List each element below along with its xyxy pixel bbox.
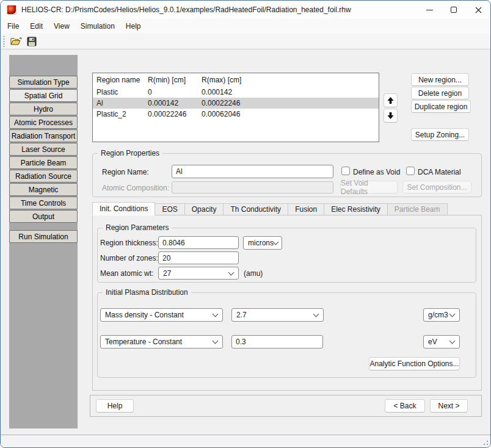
number-of-zones-input[interactable] [158,251,239,264]
cell-region-name: Plastic [93,87,144,98]
cell-rmin: 0 [144,87,198,98]
region-thickness-input[interactable] [158,236,239,249]
menu-help[interactable]: Help [120,20,147,32]
mean-atomic-wt-value: 27 [163,269,171,278]
number-of-zones-label: Number of zones: [100,254,158,262]
chevron-down-icon [449,338,456,344]
atomic-composition-input [172,181,333,193]
helios-app-icon [7,5,16,15]
mean-atomic-wt-select[interactable]: 27 [158,267,239,280]
open-file-icon [10,37,22,46]
save-icon [27,37,37,46]
region-thickness-label: Region thickness: [100,239,158,247]
amu-unit-label: (amu) [244,269,263,278]
status-bar [1,435,490,447]
thickness-unit-select[interactable]: microns [243,236,282,250]
new-region-button[interactable]: New region... [411,73,469,86]
cell-region-name: Plastic_2 [93,109,144,120]
run-simulation-button[interactable]: Run Simulation [9,230,78,243]
duplicate-region-button[interactable]: Duplicate region [411,100,471,113]
sidebar-item-time-controls[interactable]: Time Controls [9,197,78,209]
define-as-void-label: Define as Void [353,168,400,176]
arrow-up-icon [387,96,395,104]
initial-plasma-legend: Initial Plasma Distribution [103,288,191,297]
region-table: Region name R(min) [cm] R(max) [cm] Plas… [92,73,379,142]
column-header-region-name: Region name [93,73,144,87]
save-button[interactable] [24,35,39,48]
chevron-down-icon [228,269,235,275]
close-button[interactable] [466,1,490,19]
chevron-down-icon [213,311,219,317]
region-name-input[interactable] [172,165,333,178]
table-row[interactable]: Plastic_2 0.00022246 0.00062046 [93,109,379,120]
density-type-value: Mass density - Constant [105,311,184,319]
resize-grip[interactable] [481,438,489,446]
window-controls [417,1,490,19]
cell-rmax: 0.000142 [198,87,379,98]
sidebar-item-output[interactable]: Output [9,210,78,223]
menu-edit[interactable]: Edit [24,20,48,32]
sidebar-item-simulation-type[interactable]: Simulation Type [9,76,78,89]
tab-elec-resistivity[interactable]: Elec Resistivity [324,203,388,215]
cell-rmax: 0.00062046 [198,109,379,120]
density-unit-select[interactable]: g/cm3 [423,308,460,322]
main-panel: Simulation Type Spatial Grid Hydro Atomi… [1,49,490,435]
tab-opacity[interactable]: Opacity [185,203,224,215]
sidebar-item-magnetic[interactable]: Magnetic [9,183,78,196]
back-button[interactable]: < Back [385,399,425,413]
region-properties-legend: Region Properties [98,149,162,157]
sidebar-item-laser-source[interactable]: Laser Source [9,143,78,156]
sidebar-item-particle-beam[interactable]: Particle Beam [9,156,78,169]
region-name-label: Region Name: [102,168,149,176]
chevron-down-icon [213,338,219,344]
chevron-down-icon [313,311,319,317]
density-unit-value: g/cm3 [428,311,448,319]
tab-fusion[interactable]: Fusion [288,203,324,215]
move-region-down-button[interactable] [384,109,398,123]
region-table-header: Region name R(min) [cm] R(max) [cm] [93,73,379,87]
tab-th-conductivity[interactable]: Th Conductivity [224,203,288,215]
density-type-select[interactable]: Mass density - Constant [100,308,223,322]
dca-material-checkbox[interactable] [406,167,415,175]
sidebar-item-spatial-grid[interactable]: Spatial Grid [9,89,78,102]
temperature-unit-select[interactable]: eV [423,335,460,349]
table-row[interactable]: Plastic 0 0.000142 [93,87,379,98]
thickness-unit-value: microns [248,239,274,247]
sidebar-item-atomic-processes[interactable]: Atomic Processes [9,116,78,129]
delete-region-button[interactable]: Delete region [411,87,469,99]
menu-view[interactable]: View [48,20,75,32]
arrow-down-icon [387,112,395,120]
analytic-function-options-button[interactable]: Analytic Function Options... [369,357,460,370]
menu-simulation[interactable]: Simulation [75,20,120,32]
set-composition-button: Set Composition... [402,181,471,193]
toolbar-gripper[interactable] [3,36,5,47]
chevron-down-icon [449,311,456,317]
help-button[interactable]: Help [96,399,134,413]
move-region-up-button[interactable] [384,93,398,107]
define-as-void-checkbox[interactable] [341,167,350,175]
column-header-rmin: R(min) [cm] [144,73,198,87]
temperature-unit-value: eV [428,338,437,346]
minimize-button[interactable] [417,1,442,19]
setup-zoning-button[interactable]: Setup Zoning... [411,128,469,141]
sidebar-item-radiation-source[interactable]: Radiation Source [9,170,78,182]
temperature-type-select[interactable]: Temperature - Constant [100,335,223,349]
temperature-value-input[interactable] [231,335,323,349]
open-file-button[interactable] [9,35,23,48]
window-title: HELIOS-CR: D:/PrismCodes/Helios/Helios_9… [21,5,351,14]
cell-region-name: Al [93,98,144,109]
sidebar-item-radiation-transport[interactable]: Radiation Transport [9,129,78,142]
sidebar-item-hydro[interactable]: Hydro [9,103,78,115]
menu-file[interactable]: File [2,20,24,32]
cell-rmin: 0.00022246 [144,109,198,120]
tab-init-conditions[interactable]: Init. Conditions [92,202,155,215]
tab-eos[interactable]: EOS [155,203,184,215]
set-void-defaults-button: Set Void Defaults [340,181,398,193]
next-button[interactable]: Next > [430,399,468,413]
minimize-icon [426,10,433,10]
tab-particle-beam: Particle Beam [388,203,448,215]
table-row-selected[interactable]: Al 0.000142 0.00022246 [93,98,379,109]
density-value-select[interactable]: 2.7 [231,308,324,322]
region-parameters-legend: Region Parameters [103,223,172,232]
maximize-button[interactable] [442,1,466,19]
